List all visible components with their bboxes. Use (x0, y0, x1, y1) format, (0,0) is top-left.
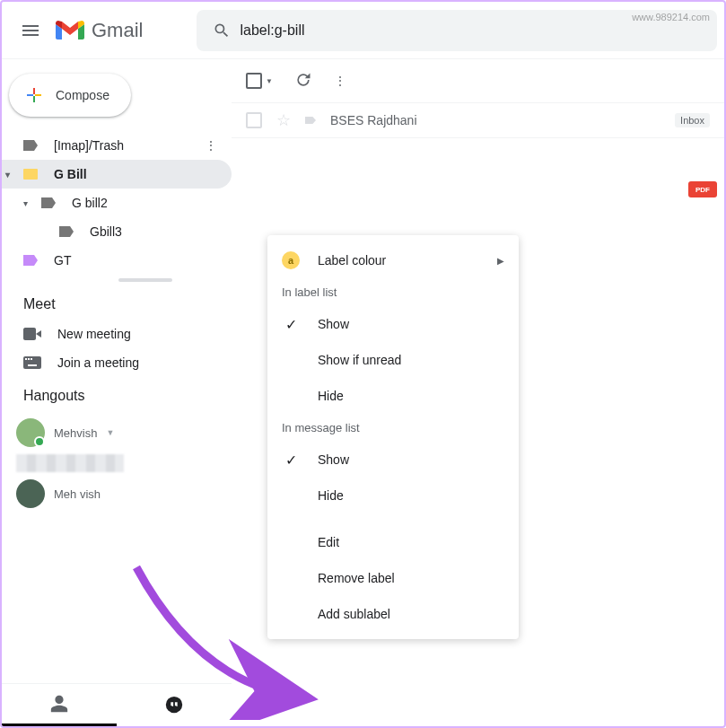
meet-section-title: Meet (2, 285, 232, 320)
contact-name: Meh vish (54, 487, 101, 501)
person-icon (49, 694, 69, 714)
menu-hide[interactable]: Hide (267, 378, 519, 414)
email-checkbox[interactable] (246, 112, 262, 128)
blurred-avatar (16, 454, 124, 472)
menu-remove-label[interactable]: Remove label (267, 560, 519, 596)
sidebar-label-g-bill[interactable]: ▾ G Bill (2, 160, 232, 189)
label-more-button[interactable]: ⋮ (201, 135, 221, 156)
hangouts-contact[interactable]: Meh vish (16, 479, 232, 508)
search-icon[interactable] (204, 22, 240, 39)
pdf-attachment-chip[interactable]: PDF (688, 181, 717, 197)
refresh-icon (294, 71, 312, 89)
expand-icon[interactable]: ▾ (5, 170, 23, 180)
more-button[interactable]: ⋮ (334, 74, 346, 88)
svg-rect-3 (31, 358, 32, 360)
main-menu-button[interactable] (9, 9, 52, 52)
select-dropdown-icon[interactable]: ▼ (266, 77, 273, 85)
menu-label: Label colour (318, 253, 386, 268)
menu-label: Hide (318, 389, 344, 403)
select-all-checkbox[interactable] (246, 73, 262, 89)
menu-show-message[interactable]: ✓ Show (267, 442, 519, 478)
contacts-tab[interactable] (2, 684, 117, 726)
menu-label: Show if unread (318, 353, 401, 367)
label-icon (59, 226, 74, 237)
scroll-indicator (118, 278, 172, 282)
svg-point-5 (166, 696, 182, 712)
menu-label: Hide (318, 488, 344, 503)
label-context-menu: a Label colour ▶ In label list ✓ Show Sh… (267, 235, 519, 639)
menu-label: Remove label (318, 571, 395, 585)
important-marker-icon[interactable] (305, 117, 316, 124)
app-header: Gmail (2, 2, 724, 59)
watermark-text: www.989214.com (632, 12, 710, 22)
expand-icon[interactable]: ▾ (23, 198, 41, 208)
avatar-icon (16, 479, 45, 508)
label-icon (23, 140, 38, 151)
menu-label-colour[interactable]: a Label colour ▶ (267, 242, 519, 278)
compose-label: Compose (56, 88, 109, 102)
folder-icon (23, 169, 38, 180)
menu-label: Show (318, 317, 349, 331)
label-text: Gbill3 (90, 224, 122, 239)
svg-rect-1 (25, 358, 27, 360)
menu-edit[interactable]: Edit (267, 524, 519, 560)
new-meeting-label: New meeting (57, 327, 131, 341)
menu-label: Show (318, 452, 349, 467)
sidebar-label-gt[interactable]: GT (2, 246, 232, 275)
label-text: G bill2 (72, 196, 108, 210)
label-text: [Imap]/Trash (54, 138, 124, 153)
submenu-arrow-icon: ▶ (497, 256, 504, 266)
label-icon (41, 197, 56, 208)
gmail-logo-text: Gmail (92, 19, 143, 42)
camera-icon (23, 328, 41, 340)
menu-add-sublabel[interactable]: Add sublabel (267, 596, 519, 632)
refresh-button[interactable] (294, 71, 312, 92)
colour-swatch-icon: a (282, 251, 300, 269)
menu-label: Edit (318, 535, 339, 549)
contact-name: Mehvish (54, 426, 97, 440)
search-input[interactable] (240, 22, 710, 39)
chat-bubble-icon (164, 696, 184, 715)
label-icon (23, 255, 38, 266)
sidebar-label-g-bill2[interactable]: ▾ G bill2 (2, 189, 232, 217)
menu-section-header: In message list (267, 414, 519, 442)
hangouts-contact[interactable]: Mehvish ▼ (16, 418, 232, 447)
dropdown-caret-icon[interactable]: ▼ (106, 428, 114, 437)
menu-show[interactable]: ✓ Show (267, 306, 519, 342)
svg-rect-2 (28, 358, 30, 360)
menu-section-header: In label list (267, 278, 519, 306)
label-text: GT (54, 253, 71, 268)
sidebar-label-gbill3[interactable]: Gbill3 (2, 217, 232, 246)
email-sender: BSES Rajdhani (330, 113, 660, 127)
menu-label: Add sublabel (318, 607, 390, 621)
new-meeting-button[interactable]: New meeting (2, 320, 232, 348)
star-icon[interactable]: ☆ (276, 110, 291, 130)
join-meeting-button[interactable]: Join a meeting (2, 348, 232, 377)
menu-show-if-unread[interactable]: Show if unread (267, 342, 519, 378)
compose-button[interactable]: Compose (9, 74, 131, 117)
hangouts-tab[interactable] (117, 684, 232, 726)
label-text: G Bill (54, 167, 87, 181)
plus-icon (23, 84, 45, 106)
gmail-logo[interactable]: Gmail (56, 19, 143, 42)
email-row[interactable]: ☆ BSES Rajdhani Inbox (232, 102, 724, 138)
join-meeting-label: Join a meeting (57, 355, 139, 370)
keyboard-icon (23, 356, 41, 369)
hangouts-contact[interactable] (16, 454, 232, 472)
menu-hide-message[interactable]: Hide (267, 478, 519, 513)
gmail-logo-icon (56, 20, 84, 41)
check-icon: ✓ (282, 316, 300, 333)
svg-rect-4 (28, 364, 37, 366)
hamburger-icon (20, 20, 41, 41)
avatar-icon (16, 418, 45, 447)
check-icon: ✓ (282, 452, 300, 469)
hangouts-section-title: Hangouts (2, 377, 232, 411)
mail-toolbar: ▼ ⋮ (232, 59, 724, 102)
sidebar: Compose [Imap]/Trash ⋮ ▾ G Bill ▾ G bill… (2, 59, 232, 726)
inbox-badge: Inbox (675, 113, 710, 127)
sidebar-label-imap-trash[interactable]: [Imap]/Trash ⋮ (2, 131, 232, 160)
hangouts-bottom-bar (2, 683, 232, 726)
